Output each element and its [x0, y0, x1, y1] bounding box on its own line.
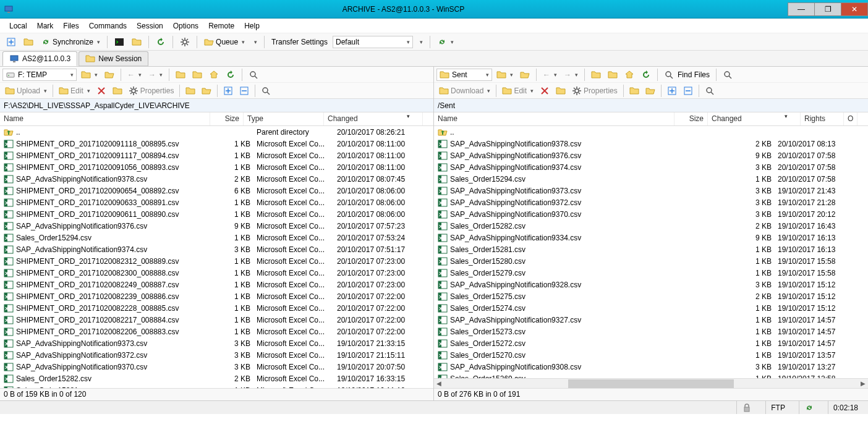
remote-back-button[interactable]: ←: [540, 68, 560, 82]
local-edit-button[interactable]: Edit: [56, 84, 93, 98]
session-tab-active[interactable]: AS2@11.0.0.3: [2, 51, 77, 66]
file-row[interactable]: SHIPMENT_ORD_20171020082228_008885.csv1 …: [0, 302, 433, 314]
local-file-list[interactable]: ..Parent directory20/10/2017 08:26:21SHI…: [0, 126, 433, 388]
local-tree-button[interactable]: [246, 68, 261, 82]
local-path-bar[interactable]: F:\AS2\DHL_LIVE\SSSAP_AspallCyder_LIVE\A…: [0, 99, 433, 112]
transfer-settings-menu[interactable]: [415, 35, 425, 49]
upload-button[interactable]: Upload: [2, 84, 49, 98]
remote-properties-button[interactable]: Properties: [569, 84, 620, 98]
file-row[interactable]: Sales_Order15279.csv1 KB19/10/2017 15:58: [434, 267, 868, 279]
remote-parent-button[interactable]: [589, 68, 603, 82]
preferences-button[interactable]: [177, 35, 192, 49]
close-button[interactable]: ✕: [841, 2, 868, 16]
file-row[interactable]: Sales_Order15281.csv1 KB19/10/2017 16:13: [434, 243, 868, 255]
local-properties-button[interactable]: Properties: [126, 84, 177, 98]
file-row[interactable]: SAP_AdvaShippingNotification9374.csv3 KB…: [434, 161, 868, 173]
local-delete-button[interactable]: [94, 84, 109, 98]
remote-expand-button[interactable]: [665, 84, 679, 98]
local-root-button[interactable]: [190, 68, 205, 82]
remote-newfolder-button[interactable]: [553, 84, 568, 98]
remote-collapse-button[interactable]: [681, 84, 696, 98]
file-row[interactable]: SHIPMENT_ORD_20171020082300_008888.csv1 …: [0, 267, 433, 279]
remote-col-changed[interactable]: Changed: [708, 112, 801, 125]
minimize-button[interactable]: —: [788, 2, 815, 16]
menu-files[interactable]: Files: [59, 20, 83, 32]
file-row[interactable]: SAP_AdvaShippingNotification9308.csv3 KB…: [434, 361, 868, 373]
menu-remote[interactable]: Remote: [204, 20, 239, 32]
file-row[interactable]: Sales_Order15270.csv1 KB19/10/2017 13:57: [434, 349, 868, 361]
file-row[interactable]: SHIPMENT_ORD_20171020090633_008891.csv1 …: [0, 196, 433, 208]
remote-bookmark-button[interactable]: [517, 68, 532, 82]
remote-root-button[interactable]: [605, 68, 620, 82]
file-row[interactable]: Sales_Order15274.csv1 KB19/10/2017 15:12: [434, 302, 868, 314]
remote-copy-path-button[interactable]: [702, 84, 717, 98]
file-row[interactable]: Sales_Order15294.csv1 KBMicrosoft Excel …: [0, 232, 433, 243]
menu-mark[interactable]: Mark: [33, 20, 58, 32]
local-col-name[interactable]: Name: [0, 112, 210, 125]
sync-browse-button[interactable]: [21, 35, 36, 49]
transfer-settings-dropdown[interactable]: Default: [333, 36, 413, 48]
local-copy-path-button[interactable]: [258, 84, 273, 98]
file-row[interactable]: Sales_Order15280.csv1 KB19/10/2017 15:58: [434, 255, 868, 267]
local-filter-button[interactable]: [79, 68, 100, 82]
file-row[interactable]: SHIPMENT_ORD_20171020091117_008894.csv1 …: [0, 150, 433, 161]
file-row[interactable]: SHIPMENT_ORD_20171020082217_008884.csv1 …: [0, 314, 433, 326]
file-row[interactable]: Sales_Order15282.csv2 KB19/10/2017 16:43: [434, 220, 868, 232]
parent-dir-row[interactable]: ..Parent directory20/10/2017 08:26:21: [0, 126, 433, 138]
remote-newfile-button[interactable]: [627, 84, 642, 98]
console-button[interactable]: [112, 35, 127, 49]
remote-col-rights[interactable]: Rights: [801, 112, 844, 125]
remote-file-list[interactable]: ..SAP_AdvaShippingNotification9378.csv2 …: [434, 126, 868, 388]
remote-col-name[interactable]: Name: [434, 112, 674, 125]
local-home-button[interactable]: [206, 68, 221, 82]
local-forward-button[interactable]: →: [146, 68, 165, 82]
local-bookmark-button[interactable]: [102, 68, 117, 82]
compare-button[interactable]: [129, 35, 144, 49]
file-row[interactable]: SHIPMENT_ORD_20171020082312_008889.csv1 …: [0, 255, 433, 267]
find-files-button[interactable]: Find Files: [662, 68, 712, 82]
file-row[interactable]: SAP_AdvaShippingNotification9378.csv2 KB…: [434, 138, 868, 150]
remote-col-size[interactable]: Size: [674, 112, 708, 125]
remote-hscroll[interactable]: ◀▶: [434, 378, 868, 388]
remote-col-owner[interactable]: O: [844, 112, 857, 125]
file-row[interactable]: SAP_AdvaShippingNotification9370.csv3 KB…: [434, 208, 868, 220]
remote-forward-button[interactable]: →: [561, 68, 581, 82]
local-drive-dropdown[interactable]: F: TEMP: [2, 69, 77, 81]
file-row[interactable]: SAP_AdvaShippingNotification9328.csv3 KB…: [434, 279, 868, 290]
file-row[interactable]: SAP_AdvaShippingNotification9372.csv3 KB…: [434, 196, 868, 208]
file-row[interactable]: Sales_Order15282.csv2 KBMicrosoft Excel …: [0, 373, 433, 384]
file-row[interactable]: SAP_AdvaShippingNotification9372.csv3 KB…: [0, 349, 433, 361]
local-refresh-button[interactable]: [223, 68, 238, 82]
address-book-button[interactable]: [4, 35, 19, 49]
remote-edit-button[interactable]: Edit: [500, 84, 536, 98]
remote-path-bar[interactable]: /Sent: [434, 99, 868, 112]
file-row[interactable]: SAP_AdvaShippingNotification9334.csv9 KB…: [434, 232, 868, 243]
file-row[interactable]: Sales_Order15269.csv1 KB19/10/2017 12:58: [434, 373, 868, 378]
maximize-button[interactable]: ❐: [814, 2, 841, 16]
file-row[interactable]: SHIPMENT_ORD_20171020082249_008887.csv1 …: [0, 279, 433, 290]
local-collapse-button[interactable]: [237, 84, 252, 98]
file-row[interactable]: SAP_AdvaShippingNotification9370.csv3 KB…: [0, 361, 433, 373]
transfer-resume-button[interactable]: [153, 35, 168, 49]
file-row[interactable]: SHIPMENT_ORD_20171020082239_008886.csv1 …: [0, 290, 433, 302]
file-row[interactable]: SHIPMENT_ORD_20171020091118_008895.csv1 …: [0, 138, 433, 150]
remote-filter-button[interactable]: [494, 68, 516, 82]
file-row[interactable]: SAP_AdvaShippingNotification9374.csv3 KB…: [0, 243, 433, 255]
local-calc-button[interactable]: [199, 84, 214, 98]
transfer-mode-status[interactable]: [799, 401, 819, 414]
remote-calc-button[interactable]: [643, 84, 658, 98]
remote-delete-button[interactable]: [537, 84, 552, 98]
synchronize-button[interactable]: Synchronize: [38, 35, 103, 49]
remote-tree-button[interactable]: [720, 68, 735, 82]
file-row[interactable]: Sales_Order15273.csv1 KB19/10/2017 14:57: [434, 326, 868, 337]
file-row[interactable]: SHIPMENT_ORD_20171020091056_008893.csv1 …: [0, 161, 433, 173]
local-parent-button[interactable]: [173, 68, 188, 82]
remote-refresh-button[interactable]: [639, 68, 653, 82]
file-row[interactable]: SAP_AdvaShippingNotification9378.csv2 KB…: [0, 173, 433, 185]
local-newfile-button[interactable]: [183, 84, 198, 98]
file-row[interactable]: Sales_Order15281.csv1 KBMicrosoft Excel …: [0, 384, 433, 388]
reconnect-button[interactable]: [435, 35, 456, 49]
queue-button[interactable]: Queue: [202, 35, 247, 49]
file-row[interactable]: SAP_AdvaShippingNotification9376.csv9 KB…: [434, 150, 868, 161]
local-newfolder-button[interactable]: [110, 84, 125, 98]
